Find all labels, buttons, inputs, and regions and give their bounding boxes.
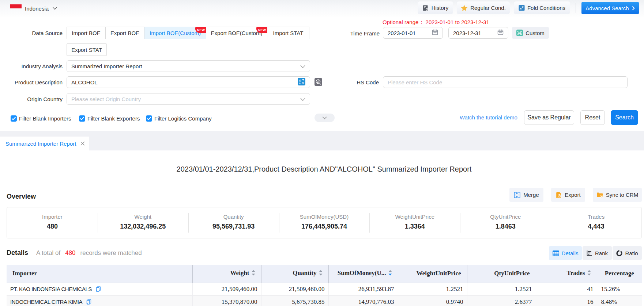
svg-text:A: A [302,81,304,85]
